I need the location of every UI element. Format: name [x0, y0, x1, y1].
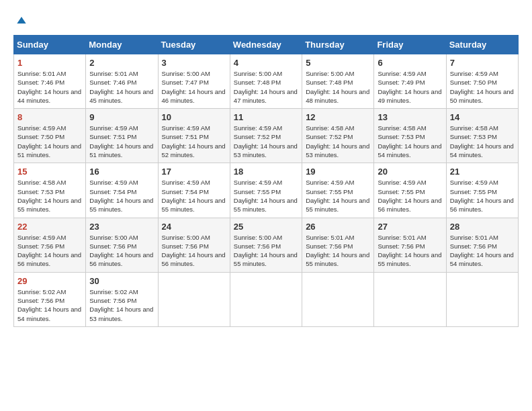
day-number: 12	[306, 112, 370, 122]
day-info: Sunrise: 4:58 AMSunset: 7:53 PMDaylight:…	[17, 178, 82, 214]
calendar-table: SundayMondayTuesdayWednesdayThursdayFrid…	[13, 35, 519, 327]
day-info: Sunrise: 4:59 AMSunset: 7:55 PMDaylight:…	[234, 178, 298, 214]
day-info: Sunrise: 5:00 AMSunset: 7:47 PMDaylight:…	[162, 69, 226, 105]
day-number: 27	[378, 222, 442, 232]
day-info: Sunrise: 5:02 AMSunset: 7:56 PMDaylight:…	[89, 287, 154, 323]
day-number: 28	[450, 222, 515, 232]
calendar-cell: 22Sunrise: 4:59 AMSunset: 7:56 PMDayligh…	[14, 218, 86, 272]
calendar-cell: 9Sunrise: 4:59 AMSunset: 7:51 PMDaylight…	[86, 109, 158, 163]
day-info: Sunrise: 5:01 AMSunset: 7:46 PMDaylight:…	[89, 69, 154, 105]
day-number: 5	[306, 58, 370, 68]
calendar-cell: 7Sunrise: 4:59 AMSunset: 7:50 PMDaylight…	[446, 54, 518, 109]
day-info: Sunrise: 5:00 AMSunset: 7:48 PMDaylight:…	[306, 69, 370, 105]
calendar-cell: 28Sunrise: 5:01 AMSunset: 7:56 PMDayligh…	[446, 218, 518, 272]
day-info: Sunrise: 5:02 AMSunset: 7:56 PMDaylight:…	[17, 287, 82, 323]
calendar-cell	[302, 272, 374, 326]
calendar-cell	[158, 272, 230, 326]
day-info: Sunrise: 4:58 AMSunset: 7:53 PMDaylight:…	[378, 124, 442, 159]
day-info: Sunrise: 5:00 AMSunset: 7:48 PMDaylight:…	[234, 69, 298, 105]
calendar-cell	[230, 272, 302, 326]
day-number: 18	[234, 167, 298, 177]
logo	[13, 13, 28, 24]
calendar-cell	[374, 272, 446, 326]
day-info: Sunrise: 5:00 AMSunset: 7:56 PMDaylight:…	[234, 233, 298, 269]
day-info: Sunrise: 5:01 AMSunset: 7:56 PMDaylight:…	[306, 233, 370, 269]
day-info: Sunrise: 4:59 AMSunset: 7:55 PMDaylight:…	[378, 178, 442, 214]
day-info: Sunrise: 4:59 AMSunset: 7:51 PMDaylight:…	[89, 124, 154, 159]
day-info: Sunrise: 5:00 AMSunset: 7:56 PMDaylight:…	[162, 233, 226, 269]
day-number: 16	[89, 167, 154, 177]
day-number: 4	[234, 58, 298, 68]
calendar-cell: 25Sunrise: 5:00 AMSunset: 7:56 PMDayligh…	[230, 218, 302, 272]
day-info: Sunrise: 4:59 AMSunset: 7:49 PMDaylight:…	[378, 69, 442, 105]
calendar-cell: 26Sunrise: 5:01 AMSunset: 7:56 PMDayligh…	[302, 218, 374, 272]
calendar-cell: 27Sunrise: 5:01 AMSunset: 7:56 PMDayligh…	[374, 218, 446, 272]
day-info: Sunrise: 4:59 AMSunset: 7:54 PMDaylight:…	[89, 178, 154, 214]
day-number: 15	[17, 167, 82, 177]
day-number: 7	[450, 58, 515, 68]
col-header-thursday: Thursday	[302, 36, 374, 54]
calendar-cell: 17Sunrise: 4:59 AMSunset: 7:54 PMDayligh…	[158, 163, 230, 218]
calendar-cell: 30Sunrise: 5:02 AMSunset: 7:56 PMDayligh…	[86, 272, 158, 326]
day-number: 2	[89, 58, 154, 68]
day-number: 20	[378, 167, 442, 177]
svg-marker-0	[17, 17, 26, 24]
day-info: Sunrise: 4:58 AMSunset: 7:52 PMDaylight:…	[306, 124, 370, 159]
calendar-cell: 1Sunrise: 5:01 AMSunset: 7:46 PMDaylight…	[14, 54, 86, 109]
calendar-cell: 29Sunrise: 5:02 AMSunset: 7:56 PMDayligh…	[14, 272, 86, 326]
day-number: 21	[450, 167, 515, 177]
page-header	[13, 13, 519, 24]
day-info: Sunrise: 4:59 AMSunset: 7:50 PMDaylight:…	[17, 124, 82, 159]
col-header-friday: Friday	[374, 36, 446, 54]
calendar-cell: 14Sunrise: 4:58 AMSunset: 7:53 PMDayligh…	[446, 109, 518, 163]
day-number: 25	[234, 222, 298, 232]
calendar-cell: 6Sunrise: 4:59 AMSunset: 7:49 PMDaylight…	[374, 54, 446, 109]
calendar-cell: 18Sunrise: 4:59 AMSunset: 7:55 PMDayligh…	[230, 163, 302, 218]
calendar-cell: 4Sunrise: 5:00 AMSunset: 7:48 PMDaylight…	[230, 54, 302, 109]
calendar-cell: 24Sunrise: 5:00 AMSunset: 7:56 PMDayligh…	[158, 218, 230, 272]
day-number: 26	[306, 222, 370, 232]
day-number: 29	[17, 276, 82, 286]
calendar-cell: 16Sunrise: 4:59 AMSunset: 7:54 PMDayligh…	[86, 163, 158, 218]
day-info: Sunrise: 5:01 AMSunset: 7:56 PMDaylight:…	[450, 233, 515, 269]
calendar-cell: 10Sunrise: 4:59 AMSunset: 7:51 PMDayligh…	[158, 109, 230, 163]
calendar-cell: 2Sunrise: 5:01 AMSunset: 7:46 PMDaylight…	[86, 54, 158, 109]
day-info: Sunrise: 4:59 AMSunset: 7:54 PMDaylight:…	[162, 178, 226, 214]
col-header-sunday: Sunday	[14, 36, 86, 54]
day-number: 22	[17, 222, 82, 232]
logo-icon	[15, 13, 28, 27]
day-number: 17	[162, 167, 226, 177]
day-number: 1	[17, 58, 82, 68]
day-number: 8	[17, 112, 82, 122]
day-info: Sunrise: 5:01 AMSunset: 7:46 PMDaylight:…	[17, 69, 82, 105]
day-info: Sunrise: 4:59 AMSunset: 7:51 PMDaylight:…	[162, 124, 226, 159]
day-number: 9	[89, 112, 154, 122]
day-number: 19	[306, 167, 370, 177]
day-info: Sunrise: 4:59 AMSunset: 7:56 PMDaylight:…	[17, 233, 82, 269]
day-info: Sunrise: 4:59 AMSunset: 7:55 PMDaylight:…	[306, 178, 370, 214]
calendar-cell: 8Sunrise: 4:59 AMSunset: 7:50 PMDaylight…	[14, 109, 86, 163]
day-number: 24	[162, 222, 226, 232]
calendar-cell: 3Sunrise: 5:00 AMSunset: 7:47 PMDaylight…	[158, 54, 230, 109]
col-header-monday: Monday	[86, 36, 158, 54]
day-number: 3	[162, 58, 226, 68]
calendar-cell: 15Sunrise: 4:58 AMSunset: 7:53 PMDayligh…	[14, 163, 86, 218]
day-number: 30	[89, 276, 154, 286]
calendar-cell: 11Sunrise: 4:59 AMSunset: 7:52 PMDayligh…	[230, 109, 302, 163]
calendar-cell: 23Sunrise: 5:00 AMSunset: 7:56 PMDayligh…	[86, 218, 158, 272]
day-number: 14	[450, 112, 515, 122]
day-number: 11	[234, 112, 298, 122]
day-info: Sunrise: 4:59 AMSunset: 7:55 PMDaylight:…	[450, 178, 515, 214]
col-header-wednesday: Wednesday	[230, 36, 302, 54]
calendar-cell: 12Sunrise: 4:58 AMSunset: 7:52 PMDayligh…	[302, 109, 374, 163]
col-header-saturday: Saturday	[446, 36, 518, 54]
day-info: Sunrise: 5:01 AMSunset: 7:56 PMDaylight:…	[378, 233, 442, 269]
calendar-cell: 21Sunrise: 4:59 AMSunset: 7:55 PMDayligh…	[446, 163, 518, 218]
calendar-cell: 19Sunrise: 4:59 AMSunset: 7:55 PMDayligh…	[302, 163, 374, 218]
day-info: Sunrise: 4:58 AMSunset: 7:53 PMDaylight:…	[450, 124, 515, 159]
day-number: 10	[162, 112, 226, 122]
day-info: Sunrise: 4:59 AMSunset: 7:52 PMDaylight:…	[234, 124, 298, 159]
calendar-cell: 5Sunrise: 5:00 AMSunset: 7:48 PMDaylight…	[302, 54, 374, 109]
day-info: Sunrise: 5:00 AMSunset: 7:56 PMDaylight:…	[89, 233, 154, 269]
day-number: 13	[378, 112, 442, 122]
